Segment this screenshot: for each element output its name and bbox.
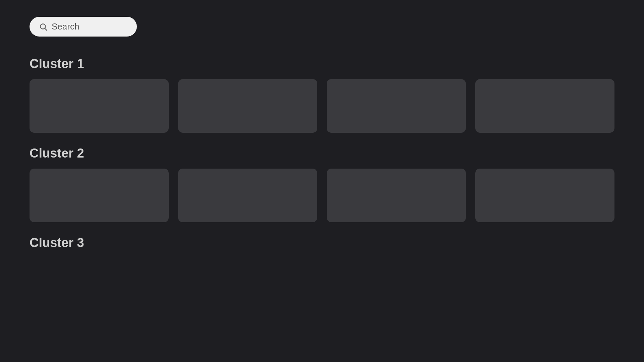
list-item[interactable] [30,169,169,222]
page-container: Search Cluster 1 Cluster 2 Cluster 3 [0,0,644,280]
list-item[interactable] [475,79,614,133]
cluster-3-section: Cluster 3 [30,236,614,250]
search-icon [39,22,48,31]
cluster-2-title: Cluster 2 [30,146,614,161]
cluster-2-row [30,169,614,222]
cluster-2-section: Cluster 2 [30,146,614,222]
list-item[interactable] [178,169,317,222]
list-item[interactable] [178,79,317,133]
cluster-1-section: Cluster 1 [30,57,614,133]
list-item[interactable] [475,169,614,222]
list-item[interactable] [327,169,466,222]
cluster-1-title: Cluster 1 [30,57,614,71]
search-placeholder-text: Search [52,21,79,32]
search-bar[interactable]: Search [30,17,137,37]
list-item[interactable] [327,79,466,133]
cluster-3-title: Cluster 3 [30,236,614,250]
svg-line-1 [45,28,47,30]
list-item[interactable] [30,79,169,133]
cluster-1-row [30,79,614,133]
